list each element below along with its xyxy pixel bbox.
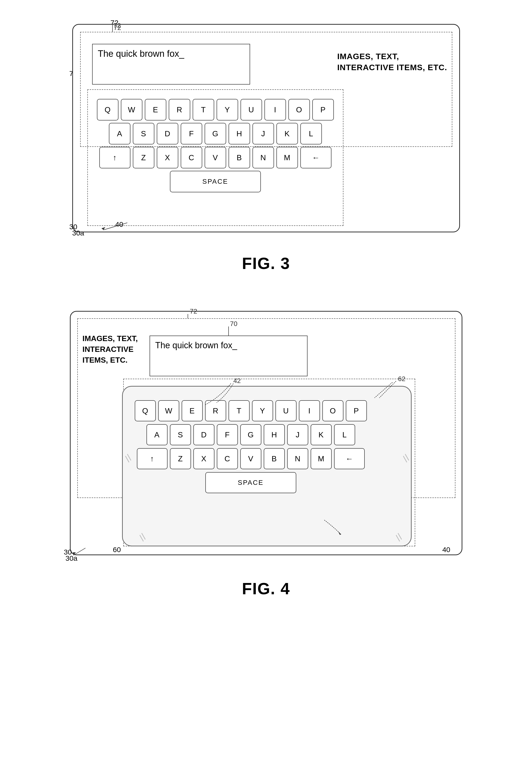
key-I-fig4[interactable]: I bbox=[299, 400, 320, 421]
key-L-fig4[interactable]: L bbox=[334, 424, 355, 445]
key-row-4-fig4: SPACE bbox=[135, 472, 367, 493]
key-N-fig4[interactable]: N bbox=[287, 448, 308, 469]
key-space-fig4[interactable]: SPACE bbox=[205, 472, 296, 493]
key-G-fig4[interactable]: G bbox=[240, 424, 261, 445]
key-row-3-fig3: ↑ Z X C V B N M ← bbox=[97, 147, 334, 168]
key-Y-fig4[interactable]: Y bbox=[252, 400, 273, 421]
key-row-2-fig3: A S D F G H J K L bbox=[97, 123, 334, 144]
key-W-fig3[interactable]: W bbox=[121, 99, 142, 120]
svg-text:72: 72 bbox=[114, 24, 121, 31]
key-X-fig4[interactable]: X bbox=[193, 448, 214, 469]
key-Y-fig3[interactable]: Y bbox=[217, 99, 238, 120]
key-W-fig4[interactable]: W bbox=[158, 400, 179, 421]
key-row-2-fig4: A S D F G H J K L bbox=[135, 424, 367, 445]
ref-40-fig3: 40 bbox=[115, 221, 123, 229]
key-K-fig3[interactable]: K bbox=[276, 123, 298, 144]
key-S-fig3[interactable]: S bbox=[133, 123, 154, 144]
key-P-fig3[interactable]: P bbox=[312, 99, 334, 120]
keyboard-fig4: Q W E R T Y U I O P A S D F G bbox=[135, 400, 367, 493]
key-L-fig3[interactable]: L bbox=[300, 123, 322, 144]
ref-30a-fig3: 30a bbox=[72, 229, 84, 237]
key-M-fig3[interactable]: M bbox=[276, 147, 298, 168]
key-A-fig4[interactable]: A bbox=[146, 424, 168, 445]
key-Z-fig3[interactable]: Z bbox=[133, 147, 154, 168]
key-U-fig4[interactable]: U bbox=[275, 400, 297, 421]
key-E-fig4[interactable]: E bbox=[182, 400, 203, 421]
key-Q-fig4[interactable]: Q bbox=[135, 400, 156, 421]
ref-60-fig4: 60 bbox=[113, 545, 121, 554]
ref-30a-fig4: 30a bbox=[66, 554, 78, 562]
key-C-fig4[interactable]: C bbox=[217, 448, 238, 469]
key-backspace-fig3[interactable]: ← bbox=[300, 147, 331, 168]
key-N-fig3[interactable]: N bbox=[252, 147, 274, 168]
key-space-fig3[interactable]: SPACE bbox=[170, 171, 261, 193]
key-H-fig4[interactable]: H bbox=[264, 424, 285, 445]
key-R-fig4[interactable]: R bbox=[205, 400, 226, 421]
key-P-fig4[interactable]: P bbox=[346, 400, 367, 421]
key-D-fig3[interactable]: D bbox=[157, 123, 178, 144]
device-frame-fig4: IMAGES, TEXT,INTERACTIVEITEMS, ETC. The … bbox=[70, 311, 462, 555]
key-F-fig3[interactable]: F bbox=[181, 123, 202, 144]
key-T-fig3[interactable]: T bbox=[193, 99, 214, 120]
fig4-caption: FIG. 4 bbox=[242, 579, 290, 598]
key-D-fig4[interactable]: D bbox=[193, 424, 214, 445]
side-label-fig3: IMAGES, TEXT, INTERACTIVE ITEMS, ETC. bbox=[337, 51, 447, 73]
key-M-fig4[interactable]: M bbox=[311, 448, 332, 469]
key-row-1-fig3: Q W E R T Y U I O P bbox=[97, 99, 334, 120]
key-row-3-fig4: ↑ Z X C V B N M ← bbox=[135, 448, 367, 469]
key-U-fig3[interactable]: U bbox=[241, 99, 262, 120]
side-label-fig4: IMAGES, TEXT,INTERACTIVEITEMS, ETC. bbox=[83, 333, 138, 365]
key-B-fig4[interactable]: B bbox=[264, 448, 285, 469]
key-O-fig3[interactable]: O bbox=[288, 99, 310, 120]
key-V-fig4[interactable]: V bbox=[240, 448, 261, 469]
fig3-caption: FIG. 3 bbox=[242, 254, 290, 273]
key-X-fig3[interactable]: X bbox=[157, 147, 178, 168]
key-row-4-fig3: SPACE bbox=[97, 171, 334, 193]
key-Z-fig4[interactable]: Z bbox=[170, 448, 191, 469]
key-C-fig3[interactable]: C bbox=[181, 147, 202, 168]
key-H-fig3[interactable]: H bbox=[229, 123, 250, 144]
key-Q-fig3[interactable]: Q bbox=[97, 99, 118, 120]
key-E-fig3[interactable]: E bbox=[145, 99, 166, 120]
key-V-fig3[interactable]: V bbox=[205, 147, 226, 168]
text-input-fig3[interactable]: The quick brown fox_ bbox=[92, 44, 250, 84]
key-A-fig3[interactable]: A bbox=[109, 123, 130, 144]
key-T-fig4[interactable]: T bbox=[229, 400, 250, 421]
key-G-fig3[interactable]: G bbox=[205, 123, 226, 144]
key-F-fig4[interactable]: F bbox=[217, 424, 238, 445]
key-shift-fig4[interactable]: ↑ bbox=[137, 448, 168, 469]
ref-40-fig4: 40 bbox=[442, 545, 450, 554]
key-shift-fig3[interactable]: ↑ bbox=[99, 147, 130, 168]
key-I-fig3[interactable]: I bbox=[264, 99, 286, 120]
keyboard-fig3: Q W E R T Y U I O P A S D F G bbox=[97, 99, 334, 193]
key-row-1-fig4: Q W E R T Y U I O P bbox=[135, 400, 367, 421]
key-K-fig4[interactable]: K bbox=[311, 424, 332, 445]
key-S-fig4[interactable]: S bbox=[170, 424, 191, 445]
key-J-fig3[interactable]: J bbox=[252, 123, 274, 144]
key-R-fig3[interactable]: R bbox=[169, 99, 190, 120]
key-backspace-fig4[interactable]: ← bbox=[334, 448, 365, 469]
device-frame-fig3: 72 The quick brown fox_ IMAGES, TEXT, IN… bbox=[72, 24, 460, 232]
key-O-fig4[interactable]: O bbox=[322, 400, 343, 421]
text-input-fig4[interactable]: The quick brown fox_ bbox=[150, 336, 308, 376]
key-J-fig4[interactable]: J bbox=[287, 424, 308, 445]
svg-text:72: 72 bbox=[190, 308, 197, 315]
key-B-fig3[interactable]: B bbox=[229, 147, 250, 168]
